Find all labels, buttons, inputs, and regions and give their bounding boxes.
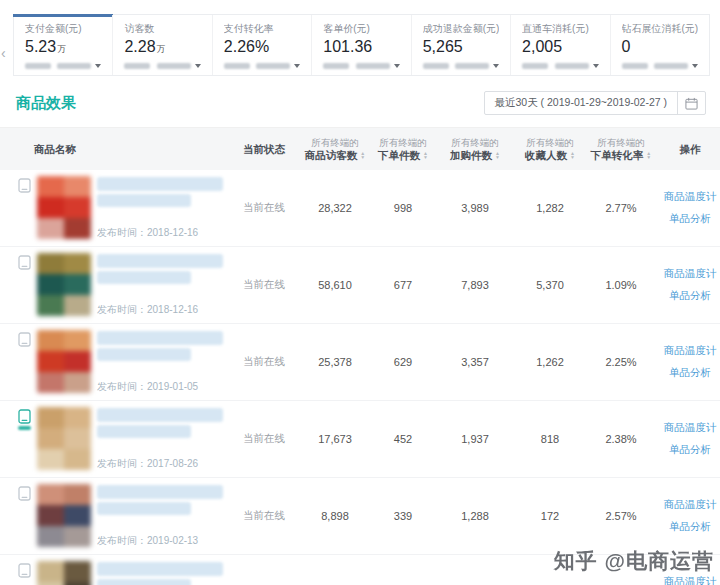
product-image-blurred[interactable] [37,407,91,470]
column-header-prefix: 所有终端的 [379,137,427,149]
rate-value: 2.77% [582,202,660,214]
product-image-blurred[interactable] [37,561,91,585]
collects-value: 818 [518,433,582,445]
metric-value: 2.28万 [124,38,200,56]
thermometer-link[interactable]: 商品温度计 [664,575,717,585]
publish-date: 发布时间：2019-02-13 [97,534,223,548]
product-badge-icon [18,486,31,501]
metric-card[interactable]: 钻石展位消耗(元) 0 [610,15,709,75]
column-header[interactable]: 所有终端的收藏人数▲▼ [518,137,582,162]
sort-icon[interactable]: ▲▼ [646,151,651,159]
product-title-blurred[interactable] [97,425,191,438]
analysis-link[interactable]: 单品分析 [669,520,711,534]
column-header[interactable]: 所有终端的商品访客数▲▼ [296,137,374,162]
trend-arrow-icon [195,64,201,68]
product-name-cell[interactable]: 发布时间：2019-01-05 [0,330,232,394]
product-title-blurred[interactable] [97,408,223,422]
metric-trend-blurred [522,63,598,69]
calendar-icon [685,97,698,110]
column-header[interactable]: 所有终端的下单转化率▲▼ [582,137,660,162]
orders-value: 452 [374,433,432,445]
product-name-cell[interactable]: 发布时间：2017-08-26 [0,407,232,471]
analysis-link[interactable]: 单品分析 [669,289,711,303]
actions-cell: 商品温度计 单品分析 [660,267,720,303]
visitors-value: 28,322 [296,202,374,214]
trend-arrow-icon [692,64,698,68]
date-range-button[interactable]: 最近30天 ( 2019-01-29~2019-02-27 ) [485,92,677,114]
product-badge-icon [18,563,31,578]
thermometer-link[interactable]: 商品温度计 [664,498,717,512]
blurred-text [423,63,449,69]
metric-trend-blurred [622,63,698,69]
metric-value: 101.36 [323,38,399,56]
product-badge-icon [18,332,31,347]
product-name-cell[interactable]: 发布时间：2019-02-13 [0,561,232,585]
metric-value: 5,265 [423,38,499,56]
metric-value: 2.26% [224,38,300,56]
metric-card[interactable]: 访客数 2.28万 [112,15,211,75]
product-title-blurred[interactable] [97,579,191,585]
actions-cell: 商品温度计 单品分析 [660,575,720,585]
product-title-blurred[interactable] [97,348,191,361]
analysis-link[interactable]: 单品分析 [669,443,711,457]
column-header-prefix: 所有终端的 [311,137,359,149]
status-text: 当前在线 [232,201,296,215]
product-title-blurred[interactable] [97,485,223,499]
sort-icon[interactable]: ▲▼ [360,151,365,159]
visitors-value: 17,673 [296,433,374,445]
thermometer-link[interactable]: 商品温度计 [664,267,717,281]
product-title-blurred[interactable] [97,254,223,268]
metric-card[interactable]: 客单价(元) 101.36 [311,15,410,75]
product-image-blurred[interactable] [37,484,91,547]
product-title-blurred[interactable] [97,177,223,191]
column-header-prefix: 所有终端的 [597,137,645,149]
product-name-cell[interactable]: 发布时间：2019-02-13 [0,484,232,548]
blurred-text [622,63,648,69]
product-title-blurred[interactable] [97,194,191,207]
metric-label: 客单价(元) [323,22,399,36]
product-image-blurred[interactable] [37,176,91,239]
carousel-prev-icon[interactable]: ‹ [1,46,6,60]
badge-note-blurred [18,426,31,430]
visitors-value: 58,610 [296,279,374,291]
thermometer-link[interactable]: 商品温度计 [664,190,717,204]
blurred-text [555,63,589,69]
analysis-link[interactable]: 单品分析 [669,212,711,226]
thermometer-link[interactable]: 商品温度计 [664,344,717,358]
metric-label: 支付金额(元) [25,22,101,36]
column-header-label: 商品名称 [34,143,76,156]
product-image-blurred[interactable] [37,253,91,316]
sort-icon[interactable]: ▲▼ [570,151,575,159]
sort-icon[interactable]: ▲▼ [423,151,428,159]
product-image-blurred[interactable] [37,330,91,393]
visitors-value: 25,378 [296,356,374,368]
metric-value: 0 [622,38,698,56]
product-name-cell[interactable]: 发布时间：2018-12-16 [0,253,232,317]
thermometer-link[interactable]: 商品温度计 [664,421,717,435]
metric-card[interactable]: 直通车消耗(元) 2,005 [510,15,609,75]
metric-card[interactable]: 支付金额(元) 5.23万 [14,15,112,75]
metric-card[interactable]: 支付转化率 2.26% [212,15,311,75]
status-text: 当前在线 [232,432,296,446]
product-title-blurred[interactable] [97,331,223,345]
calendar-icon-button[interactable] [677,92,705,114]
trend-arrow-icon [95,64,101,68]
rate-value: 1.09% [582,279,660,291]
table-header-row: 商品名称当前状态所有终端的商品访客数▲▼所有终端的下单件数▲▼所有终端的加购件数… [0,128,720,170]
status-text: 当前在线 [232,278,296,292]
column-header[interactable]: 所有终端的加购件数▲▼ [432,137,518,162]
product-title-blurred[interactable] [97,502,191,515]
table-row: 发布时间：2018-12-16 当前在线 28,322 998 3,989 1,… [0,170,720,247]
metric-card[interactable]: 成功退款金额(元) 5,265 [411,15,510,75]
metrics-strip: 支付金额(元) 5.23万 访客数 2.28万 支付转化率 2.26% 客单价(… [13,14,710,76]
actions-cell: 商品温度计 单品分析 [660,344,720,380]
sort-icon[interactable]: ▲▼ [495,151,500,159]
product-name-cell[interactable]: 发布时间：2018-12-16 [0,176,232,240]
column-header[interactable]: 所有终端的下单件数▲▼ [374,137,432,162]
blurred-text [124,63,150,69]
column-header: 操作 [660,143,720,156]
product-title-blurred[interactable] [97,562,223,576]
product-title-blurred[interactable] [97,271,191,284]
analysis-link[interactable]: 单品分析 [669,366,711,380]
product-badge-icon [18,178,31,193]
